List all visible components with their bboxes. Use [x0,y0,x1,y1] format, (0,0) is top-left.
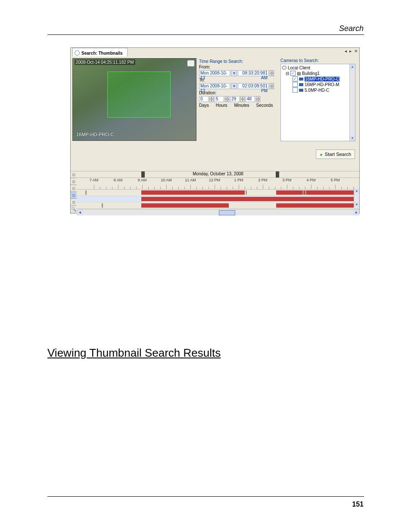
camera-icon [299,83,303,86]
scroll-right-icon[interactable]: ▸ [353,209,359,215]
section-heading: Viewing Thumbnail Search Results [47,346,221,360]
search-tab-label: Search: Thumbnails [81,51,123,56]
days-unit: Days [199,103,209,108]
camera-icon [299,78,303,81]
camera-checkbox[interactable] [293,87,298,93]
lane-toggle-icon[interactable]: ⊙ [71,199,77,205]
footer-rule [47,496,364,497]
range-start-handle[interactable] [141,171,145,177]
monitor-icon: 🖵 [282,65,286,70]
from-time-spinner[interactable]: ▴▾ [270,70,274,76]
minutes-field[interactable]: 29 [230,96,240,102]
minutes-spinner[interactable]: ▴▾ [240,96,245,102]
range-end-handle[interactable] [276,171,279,177]
lane-toggle-icon[interactable]: ⊙ [71,171,77,178]
hour-label: 4 PM [306,178,315,182]
expand-icon[interactable]: ⊟ [286,71,289,76]
time-range-panel: Time Range to Search: From: Mon 2008-10-… [199,58,276,108]
server-icon: ▤ [297,71,301,76]
lane-toggle-icon[interactable]: ⊙ [71,178,77,185]
hour-label: 11 AM [185,178,196,182]
minutes-unit: Minutes [234,103,249,108]
camera-tree[interactable]: 🖵 Local Client ⊟ ✓ ▤ Building1 ✓ 16MP-HD… [280,64,355,141]
hours-field[interactable]: 5 [215,96,224,102]
lane-toggle-icon[interactable]: ⊙ [71,185,77,192]
timeline-hscroll[interactable]: ◂ ▸ [77,209,359,215]
header-rule [47,34,364,35]
to-date-field[interactable]: Mon 2008-10-13 [199,83,230,89]
camera-checkbox[interactable]: ✓ [293,76,298,81]
scroll-left-icon[interactable]: ◂ [77,209,83,215]
date-dropdown-icon[interactable]: ▾ [231,83,237,89]
hours-unit: Hours [216,103,227,108]
next-tab-icon[interactable]: ▸ [349,49,352,53]
page-number: 151 [352,501,364,508]
scroll-up-icon[interactable]: ▴ [350,64,355,69]
tree-root[interactable]: Local Client [288,65,310,70]
hour-label: 1 PM [234,178,243,182]
search-plus-icon: ⬥ [320,151,323,157]
seconds-spinner[interactable]: ▴▾ [256,96,260,102]
close-tab-icon[interactable]: ✕ [354,49,358,53]
video-camera-name: 16MP-HD-PRO-C [76,132,114,137]
start-search-button[interactable]: ⬥ Start Search [316,149,355,159]
hour-label: 10 AM [161,178,172,182]
timeline-lane[interactable] [77,190,359,196]
hscroll-thumb[interactable] [219,210,235,215]
hour-label: 2 PM [258,178,267,182]
camera-item-1[interactable]: 16MP-HD-PRO-C [305,77,339,81]
seconds-field[interactable]: 48 [246,96,255,102]
search-thumbnails-window: Search: Thumbnails ◂ ▸ ✕ 2008-Oct-14 04:… [70,47,360,214]
to-time-field[interactable]: 02:03:09:501 PM [238,83,269,89]
camera-item-2[interactable]: 16MP-HD-PRO-M [305,82,339,87]
ptz-badge-icon [187,60,194,66]
days-spinner[interactable]: ▴▾ [209,96,214,102]
timeline-lane[interactable] [77,202,359,209]
hours-spinner[interactable]: ▴▾ [225,96,229,102]
to-time-spinner[interactable]: ▴▾ [270,83,274,89]
search-tab[interactable]: Search: Thumbnails [72,48,128,57]
motion-region[interactable] [107,72,171,118]
from-date-field[interactable]: Mon 2008-10-13 [199,70,230,76]
timeline-hours[interactable]: 7 AM8 AM9 AM10 AM11 AM12 PM1 PM2 PM3 PM4… [77,178,359,190]
time-range-title: Time Range to Search: [199,59,276,64]
cameras-title: Cameras to Search: [280,58,355,63]
site-checkbox[interactable]: ✓ [290,71,296,76]
timeline-panel: ⊙ ⊙ ⊙ ⊙ ⊙ 🔍 Monday, October 13, 2008 7 A… [71,171,359,214]
page-header-section: Search [339,24,364,33]
hour-label: 3 PM [282,178,291,182]
tree-scrollbar[interactable]: ▴ ▾ [349,64,355,141]
search-icon [75,50,80,56]
camera-icon [299,89,303,92]
timeline-vscroll[interactable]: ▴ ▾ [354,188,359,207]
scroll-up-icon[interactable]: ▴ [354,188,359,193]
hour-label: 7 AM [90,178,99,182]
hour-label: 12 PM [209,178,220,182]
camera-checkbox[interactable] [293,82,298,87]
lane-toggle-icon[interactable]: ⊙ [71,192,77,199]
start-search-label: Start Search [325,152,351,157]
date-dropdown-icon[interactable]: ▾ [231,70,237,76]
cameras-panel: Cameras to Search: 🖵 Local Client ⊟ ✓ ▤ … [280,58,355,141]
zoom-icon[interactable]: 🔍 [71,205,77,212]
from-label: From: [199,65,276,69]
camera-item-3[interactable]: 5.0MP-HD-C [305,88,329,93]
timeline-date-header: Monday, October 13, 2008 [77,171,359,178]
video-timestamp: 2008-Oct-14 04:25:11.182 PM [75,59,135,65]
hour-label: 5 PM [330,178,339,182]
scroll-down-icon[interactable]: ▾ [350,136,355,141]
timeline-lane[interactable] [77,196,359,202]
hour-label: 9 AM [138,178,147,182]
hour-label: 8 AM [114,178,123,182]
timeline-date: Monday, October 13, 2008 [193,171,243,176]
prev-tab-icon[interactable]: ◂ [345,49,347,53]
tree-site[interactable]: Building1 [302,71,320,76]
seconds-unit: Seconds [256,103,273,108]
days-field[interactable]: 0 [199,96,209,102]
video-preview[interactable]: 2008-Oct-14 04:25:11.182 PM 16MP-HD-PRO-… [72,58,196,141]
from-time-field[interactable]: 08:33:20:981 AM [238,70,269,76]
scroll-down-icon[interactable]: ▾ [354,202,359,207]
